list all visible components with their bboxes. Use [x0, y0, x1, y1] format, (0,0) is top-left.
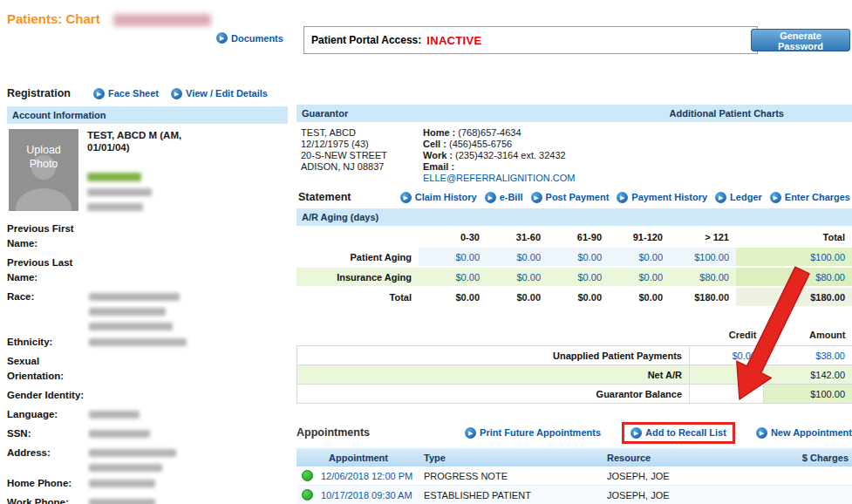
aging-amount-link[interactable]: $0.00	[548, 247, 609, 267]
aging-amount-link[interactable]: $100.00	[670, 247, 736, 267]
arrow-bullet-icon: ▶	[400, 192, 412, 203]
patient-name: TEST, ABCD M (AM, 01/01/04)	[87, 129, 209, 153]
claim-history-link-label: Claim History	[415, 192, 477, 202]
portal-access-label: Patient Portal Access:	[311, 34, 421, 46]
appointment-row[interactable]: 10/17/2018 09:30 AM ESTABLISHED PATIENT …	[296, 486, 852, 504]
field-value	[89, 476, 155, 491]
appointment-resource: JOSEPH, JOE	[603, 486, 753, 504]
print-future-appointments-label: Print Future Appointments	[480, 427, 601, 438]
redacted-value	[89, 323, 173, 330]
summary-amount-cell[interactable]: $38.00	[764, 346, 852, 365]
generate-password-button[interactable]: Generate Password	[751, 29, 850, 51]
aging-amount-cell: $0.00	[548, 287, 609, 307]
view-edit-details-link[interactable]: ▶ View / Edit Details	[171, 88, 268, 99]
registration-title: Registration	[7, 87, 71, 99]
aging-amount-cell: $0.00	[609, 287, 670, 307]
print-future-appointments-link[interactable]: ▶ Print Future Appointments	[465, 427, 601, 439]
aging-col-header: 61-90	[548, 228, 609, 247]
guarantor-dob: 12/12/1975 (43)	[301, 139, 423, 150]
field-label: Ethnicity:	[7, 335, 89, 350]
payment-history-link[interactable]: ▶ Payment History	[617, 192, 707, 203]
ar-aging-table: 0-30 31-60 61-90 91-120 > 121 Total Pati…	[296, 228, 852, 308]
aging-total-cell[interactable]: $80.00	[736, 267, 852, 287]
appointment-row[interactable]: 12/06/2018 12:00 PM PROGRESS NOTE JOSEPH…	[296, 467, 852, 486]
face-sheet-link-label: Face Sheet	[108, 88, 159, 99]
field-label: Language:	[7, 407, 89, 422]
redacted-value	[89, 293, 180, 301]
aging-col-header: 0-30	[419, 228, 487, 247]
documents-link-label: Documents	[231, 33, 283, 44]
guarantor-street: 20-S-NEW STREET	[301, 150, 423, 161]
field-label: Previous First Name:	[7, 221, 89, 251]
redacted-value	[89, 308, 166, 316]
appointments-col-header: Appointment	[296, 448, 420, 467]
guarantor-name: TEST, ABCD	[301, 127, 423, 139]
appointment-charges	[753, 467, 852, 486]
aging-amount-link[interactable]: $0.00	[609, 267, 670, 287]
summary-row-label: Unapplied Patient Payments	[297, 346, 690, 365]
appointment-resource: JOSEPH, JOE	[603, 467, 753, 486]
aging-amount-link[interactable]: $0.00	[609, 247, 670, 267]
guarantor-email-link[interactable]: ELLE@REFERRALIGNITION.COM	[423, 173, 575, 184]
upload-photo-placeholder[interactable]: Upload Photo	[9, 129, 78, 211]
field-value	[89, 407, 140, 422]
redacted-value	[87, 203, 143, 211]
summary-credit-cell[interactable]: $0.00	[690, 346, 764, 365]
arrow-bullet-icon: ▶	[485, 192, 496, 203]
new-appointment-link[interactable]: ▶ New Appointment	[756, 427, 852, 439]
appointments-toolbar: Appointments ▶ Print Future Appointments…	[296, 419, 852, 446]
appointment-status-icon	[302, 470, 313, 481]
patient-chart-page: Patients: Chart ▶ Documents Patient Port…	[0, 0, 852, 504]
aging-total-cell[interactable]: $100.00	[736, 247, 852, 267]
appointment-date-link[interactable]: 10/17/2018 09:30 AM	[317, 486, 420, 504]
appointment-date-link[interactable]: 12/06/2018 12:00 PM	[317, 467, 420, 486]
e-bill-link[interactable]: ▶ e-Bill	[485, 192, 523, 203]
face-sheet-link[interactable]: ▶ Face Sheet	[93, 88, 159, 99]
enter-charges-link[interactable]: ▶ Enter Charges	[770, 192, 850, 203]
field-label: Gender Identity:	[7, 388, 89, 403]
arrow-bullet-icon: ▶	[171, 88, 182, 99]
table-row: Total $0.00 $0.00 $0.00 $0.00 $180.00 $1…	[296, 287, 852, 307]
aging-amount-link[interactable]: $0.00	[419, 267, 487, 287]
registration-panel: Registration ▶ Face Sheet ▶ View / Edit …	[7, 85, 288, 504]
post-payment-link-label: Post Payment	[546, 192, 610, 202]
statement-toolbar: Statement ▶ Claim History ▶ e-Bill ▶ Pos…	[298, 191, 850, 203]
account-information-header: Account Information	[7, 106, 288, 124]
aging-amount-link[interactable]: $80.00	[670, 267, 736, 287]
field-row: Previous First Name:	[7, 221, 288, 251]
aging-amount-link[interactable]: $0.00	[548, 267, 609, 287]
appointment-charges	[753, 486, 852, 504]
add-to-recall-list-link[interactable]: ▶ Add to Recall List	[622, 422, 735, 444]
redacted-value	[87, 173, 141, 181]
new-appointment-label: New Appointment	[771, 427, 852, 438]
field-label: SSN:	[7, 426, 89, 441]
arrow-bullet-icon: ▶	[715, 192, 726, 203]
appointments-title: Appointments	[296, 426, 370, 439]
guarantor-header-bar: Guarantor Additional Patient Charts	[296, 105, 852, 122]
ledger-link[interactable]: ▶ Ledger	[715, 192, 762, 203]
guarantor-city: ADISON, NJ 08837	[301, 161, 423, 173]
redacted-value	[89, 430, 150, 438]
field-row: Home Phone:	[7, 476, 288, 491]
post-payment-link[interactable]: ▶ Post Payment	[531, 192, 610, 203]
arrow-bullet-icon: ▶	[216, 32, 228, 44]
work-phone-value: (235)432-3164 ext. 32432	[455, 150, 566, 160]
claim-history-link[interactable]: ▶ Claim History	[400, 192, 477, 203]
field-row: Race:	[7, 289, 288, 330]
documents-link[interactable]: ▶ Documents	[216, 32, 283, 44]
page-title: Patients: Chart	[7, 11, 100, 26]
field-row: Previous Last Name:	[7, 255, 288, 285]
redacted-value	[89, 449, 176, 457]
aging-amount-link[interactable]: $0.00	[419, 247, 487, 267]
aging-amount-link[interactable]: $0.00	[487, 247, 548, 267]
home-phone-value: (768)657-4634	[458, 127, 521, 138]
aging-row-label: Insurance Aging	[296, 267, 419, 287]
avatar-silhouette-body	[16, 188, 72, 211]
upload-photo-label: Upload Photo	[19, 143, 68, 171]
summary-amount-cell: $142.00	[764, 365, 852, 385]
table-row: Guarantor Balance $100.00	[297, 385, 852, 404]
aging-amount-link[interactable]: $0.00	[487, 267, 548, 287]
aging-amount-cell: $0.00	[487, 287, 548, 307]
patient-portal-access-box: Patient Portal Access: INACTIVE	[303, 26, 758, 54]
appointment-status-icon	[302, 489, 313, 501]
